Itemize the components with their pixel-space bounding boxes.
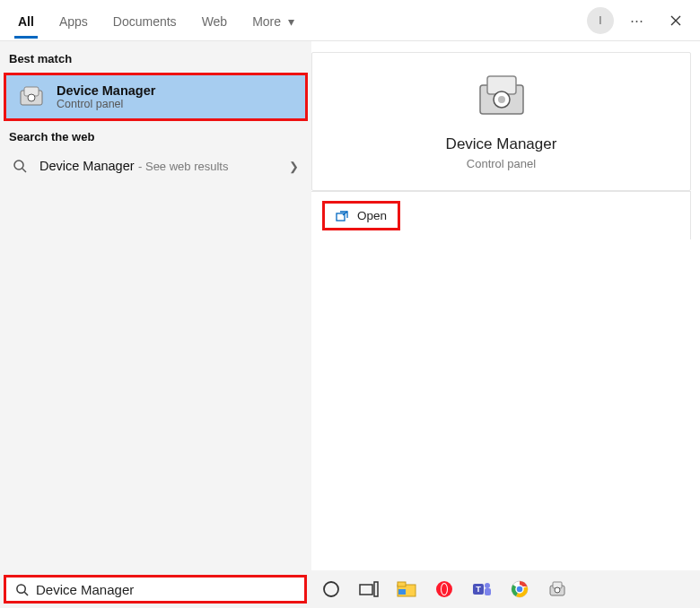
svg-rect-22	[485, 588, 491, 595]
taskbar-search-box[interactable]	[4, 575, 307, 604]
search-header: All Apps Documents Web More ▾ I ⋯	[0, 0, 700, 41]
open-button[interactable]: Open	[322, 201, 400, 230]
svg-point-7	[498, 96, 505, 103]
annotation-highlight-search	[4, 575, 307, 604]
tab-more-label: More	[252, 14, 281, 29]
filter-tabs: All Apps Documents Web More ▾	[5, 4, 587, 38]
close-icon[interactable]	[659, 7, 693, 34]
tab-more[interactable]: More ▾	[240, 4, 307, 38]
file-explorer-icon[interactable]	[395, 578, 418, 601]
chevron-down-icon: ▾	[288, 14, 294, 29]
tab-all[interactable]: All	[5, 4, 47, 38]
svg-point-21	[485, 583, 490, 588]
open-label: Open	[357, 209, 387, 222]
results-pane: Best match Device Manager Control panel …	[0, 41, 311, 570]
svg-point-2	[28, 94, 35, 101]
web-query: Device Manager	[39, 159, 135, 173]
taskbar: T	[0, 570, 700, 608]
best-match-text: Device Manager Control panel	[57, 83, 155, 110]
tab-documents[interactable]: Documents	[101, 4, 189, 38]
svg-text:T: T	[476, 585, 481, 594]
cortana-icon[interactable]	[319, 578, 343, 601]
device-manager-taskbar-icon[interactable]	[546, 578, 569, 601]
user-avatar[interactable]: I	[587, 7, 614, 34]
svg-point-24	[516, 586, 523, 593]
web-result-content: Device Manager - See web results	[13, 158, 228, 174]
taskbar-icons: T	[319, 578, 569, 601]
svg-rect-14	[398, 582, 406, 586]
annotation-highlight-best-match: Device Manager Control panel	[4, 73, 308, 121]
preview-pane: Device Manager Control panel Open	[311, 41, 700, 570]
tab-apps[interactable]: Apps	[47, 4, 101, 38]
result-subtitle: Control panel	[57, 98, 155, 110]
search-icon	[15, 583, 29, 596]
svg-point-18	[442, 584, 447, 595]
svg-point-10	[324, 582, 338, 596]
svg-point-3	[14, 161, 23, 169]
chevron-right-icon: ❯	[289, 160, 299, 173]
svg-point-27	[555, 587, 560, 593]
svg-rect-15	[398, 589, 406, 595]
device-manager-icon	[17, 83, 46, 111]
more-options-icon[interactable]: ⋯	[619, 7, 653, 34]
task-view-icon[interactable]	[357, 578, 381, 601]
web-result-row[interactable]: Device Manager - See web results ❯	[0, 149, 311, 183]
svg-rect-12	[374, 582, 378, 596]
content-panes: Best match Device Manager Control panel …	[0, 41, 700, 570]
preview-title: Device Manager	[446, 135, 557, 153]
search-icon	[13, 159, 27, 173]
search-web-label: Search the web	[0, 123, 311, 149]
preview-subtitle: Control panel	[467, 157, 536, 170]
teams-icon[interactable]: T	[470, 578, 494, 601]
search-input[interactable]	[36, 582, 295, 597]
tab-web[interactable]: Web	[189, 4, 241, 38]
device-manager-large-icon	[470, 69, 533, 123]
open-icon	[336, 211, 348, 221]
best-match-label: Best match	[0, 45, 311, 71]
chrome-icon[interactable]	[508, 578, 531, 601]
best-match-result[interactable]: Device Manager Control panel	[6, 75, 305, 118]
svg-rect-11	[360, 585, 372, 595]
web-result-text: Device Manager - See web results	[39, 158, 228, 174]
svg-point-9	[17, 584, 25, 592]
result-title: Device Manager	[57, 83, 155, 98]
web-hint: - See web results	[138, 160, 228, 173]
preview-actions: Open	[311, 191, 691, 239]
preview-card: Device Manager Control panel	[311, 52, 691, 191]
opera-icon[interactable]	[433, 578, 456, 601]
header-actions: I ⋯	[587, 7, 696, 34]
